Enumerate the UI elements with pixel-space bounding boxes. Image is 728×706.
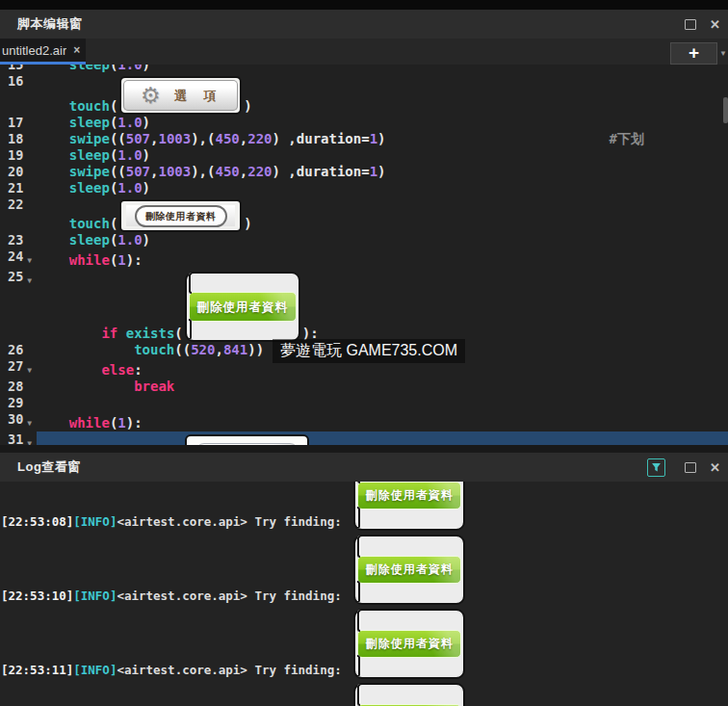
code-token: ( bbox=[110, 180, 117, 196]
code-token: 220 bbox=[247, 131, 272, 147]
code-line: 21 sleep(1.0) bbox=[0, 180, 728, 196]
code-token bbox=[117, 326, 125, 342]
options-button-label: 選 項 bbox=[169, 88, 221, 104]
code-line-content: swipe((507,1003),(450,220) ,duration=1)#… bbox=[37, 131, 728, 147]
log-view[interactable]: [22:53:08][INFO]<airtest.core.api> Try f… bbox=[0, 482, 728, 706]
code-token: sleep bbox=[69, 115, 110, 131]
code-token: 450 bbox=[215, 131, 239, 147]
code-token: 1 bbox=[117, 252, 125, 269]
delete-user-green-button-image: 刪除使用者資料 bbox=[185, 272, 300, 342]
log-window-title: Log查看窗 bbox=[17, 458, 81, 476]
line-number-gutter: 30▼ bbox=[0, 411, 37, 431]
delete-user-green-button-image: 刪除使用者資料 bbox=[353, 683, 465, 706]
code-line-content bbox=[37, 395, 728, 411]
line-number: 18 bbox=[8, 131, 23, 147]
code-token: swipe bbox=[69, 131, 110, 147]
code-token bbox=[37, 131, 69, 147]
log-float-icon[interactable] bbox=[685, 462, 696, 473]
code-line: 29 bbox=[0, 395, 728, 411]
code-token: 507 bbox=[126, 164, 150, 180]
tab-list-dropdown-icon[interactable]: ▼ bbox=[719, 49, 727, 58]
code-line: 22 touch(刪除使用者資料) bbox=[0, 196, 728, 232]
line-number: 17 bbox=[8, 115, 23, 131]
code-token bbox=[37, 147, 69, 164]
tab-label: untitled2.air bbox=[2, 43, 66, 58]
code-token: (( bbox=[110, 131, 126, 147]
fold-arrow-icon[interactable]: ▼ bbox=[27, 435, 32, 445]
code-token: touch bbox=[69, 98, 110, 115]
delete-user-green-button-image: 刪除使用者資料 bbox=[353, 535, 465, 605]
log-level: [INFO] bbox=[73, 588, 117, 603]
code-token: ( bbox=[110, 252, 117, 269]
code-line-content: while(1): bbox=[37, 248, 728, 269]
tab-close-icon[interactable]: × bbox=[73, 43, 80, 57]
code-token: 1 bbox=[117, 415, 125, 431]
line-number-gutter: 25▼ bbox=[0, 269, 37, 342]
line-number-gutter: 28 bbox=[0, 379, 37, 395]
code-token: 1003 bbox=[158, 164, 191, 180]
code-token bbox=[37, 362, 101, 379]
code-token: ) bbox=[143, 232, 150, 248]
code-token: (( bbox=[110, 164, 126, 180]
code-editor[interactable]: 15 sleep(1.0)16 touch(⚙選 項)17 sleep(1.0)… bbox=[0, 57, 728, 445]
delete-user-green-label: 刪除使用者資料 bbox=[357, 630, 461, 658]
code-token: 1003 bbox=[158, 131, 191, 147]
code-token: ): bbox=[126, 415, 143, 431]
code-line: 19 sleep(1.0) bbox=[0, 147, 728, 164]
code-token: sleep bbox=[69, 232, 110, 248]
code-line-content: sleep(1.0) bbox=[37, 147, 728, 164]
editor-float-icon[interactable] bbox=[685, 19, 696, 30]
fold-arrow-icon[interactable]: ▼ bbox=[27, 362, 32, 379]
line-number-gutter: 24▼ bbox=[0, 248, 37, 269]
editor-close-icon[interactable]: ✕ bbox=[710, 18, 720, 31]
line-number-gutter: 21 bbox=[0, 180, 37, 196]
code-token: ( bbox=[110, 415, 117, 431]
log-time: [22:53:11] bbox=[1, 663, 73, 677]
code-token bbox=[37, 252, 69, 269]
code-token bbox=[37, 216, 69, 232]
editor-scrollbar-thumb[interactable] bbox=[723, 97, 728, 123]
code-line-content: break bbox=[37, 379, 728, 395]
line-number-gutter: 16 bbox=[0, 73, 37, 115]
code-token: else bbox=[101, 362, 134, 379]
code-token: 1.0 bbox=[117, 147, 142, 164]
log-time: [22:53:10] bbox=[1, 588, 73, 603]
line-number: 30 bbox=[8, 411, 23, 428]
line-number-gutter: 18 bbox=[0, 131, 37, 147]
line-number: 29 bbox=[8, 395, 23, 411]
log-close-icon[interactable]: ✕ bbox=[710, 461, 720, 474]
line-number: 16 bbox=[8, 73, 23, 90]
code-token: swipe bbox=[69, 164, 110, 180]
log-filter-icon[interactable] bbox=[647, 458, 665, 477]
code-line-content: touch(⚙選 項) bbox=[37, 73, 728, 115]
new-script-button[interactable]: + bbox=[670, 42, 717, 65]
code-token: 1 bbox=[370, 164, 377, 180]
tab-untitled2[interactable]: untitled2.air × bbox=[0, 39, 86, 65]
airtest-ide: 脚本编辑窗 ✕ untitled2.air × + ▼ 15 sleep(1.0… bbox=[0, 0, 728, 706]
log-entry-text: [22:53:08][INFO]<airtest.core.api> Try f… bbox=[1, 514, 349, 531]
log-entry-text: [22:53:10][INFO]<airtest.core.api> Try f… bbox=[1, 588, 349, 605]
delete-user-plain-button-image: 刪除使用者資料 bbox=[119, 199, 242, 232]
code-token: ( bbox=[174, 326, 182, 342]
code-token: ( bbox=[110, 115, 117, 131]
code-token: touch bbox=[69, 216, 110, 232]
code-token: #下划 bbox=[610, 131, 644, 147]
fold-arrow-icon[interactable]: ▼ bbox=[27, 252, 32, 269]
line-number-gutter: 17 bbox=[0, 115, 37, 131]
code-token: sleep bbox=[69, 147, 110, 164]
options-button-image: ⚙選 項 bbox=[119, 76, 242, 115]
fold-arrow-icon[interactable]: ▼ bbox=[27, 273, 32, 289]
code-token: ( bbox=[110, 147, 117, 164]
fold-arrow-icon[interactable]: ▼ bbox=[27, 415, 32, 431]
code-token: ) ,duration= bbox=[273, 164, 370, 180]
code-line: 18 swipe((507,1003),(450,220) ,duration=… bbox=[0, 131, 728, 147]
line-number: 22 bbox=[8, 196, 23, 213]
code-token: while bbox=[69, 252, 110, 269]
code-token: if bbox=[101, 326, 117, 342]
line-number-gutter: 26 bbox=[0, 342, 37, 358]
line-number: 26 bbox=[8, 342, 23, 358]
code-token: 1.0 bbox=[117, 115, 142, 131]
code-token: ) bbox=[377, 131, 385, 147]
code-line-content: while(1): bbox=[37, 411, 728, 431]
window-separator[interactable] bbox=[0, 445, 728, 453]
